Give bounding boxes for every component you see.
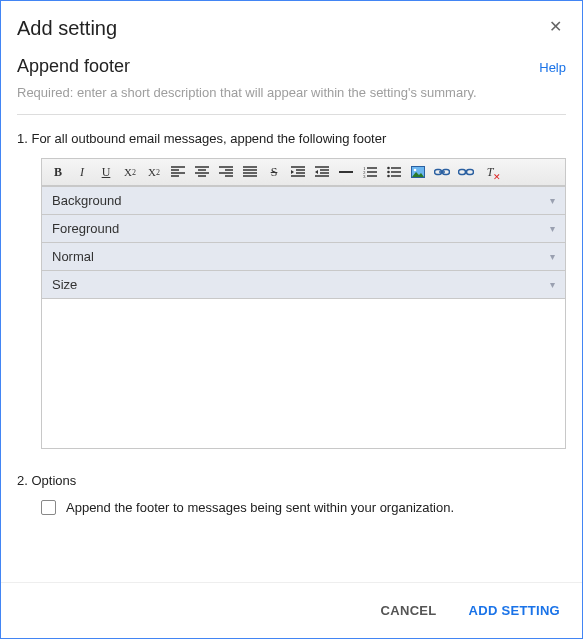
svg-point-5 <box>387 175 390 178</box>
align-right-icon[interactable] <box>216 163 236 181</box>
bold-icon[interactable]: B <box>48 163 68 181</box>
step2-label: 2. Options <box>17 473 566 488</box>
insert-image-icon[interactable] <box>408 163 428 181</box>
chevron-down-icon: ▾ <box>550 223 555 234</box>
foreground-color-select[interactable]: Foreground ▾ <box>42 214 565 242</box>
dropdown-label: Normal <box>52 249 94 264</box>
indent-increase-icon[interactable] <box>288 163 308 181</box>
section-header: Append footer Help <box>17 56 566 77</box>
svg-point-3 <box>387 167 390 170</box>
help-link[interactable]: Help <box>539 60 566 75</box>
remove-link-icon[interactable] <box>456 163 476 181</box>
checkbox-label: Append the footer to messages being sent… <box>66 500 454 515</box>
horizontal-rule-icon[interactable] <box>336 163 356 181</box>
unordered-list-icon[interactable] <box>384 163 404 181</box>
svg-rect-10 <box>459 170 466 175</box>
font-style-select[interactable]: Normal ▾ <box>42 242 565 270</box>
subscript-icon[interactable]: X2 <box>120 163 140 181</box>
ordered-list-icon[interactable]: 123 <box>360 163 380 181</box>
modal-footer: CANCEL ADD SETTING <box>1 582 582 638</box>
svg-point-4 <box>387 171 390 174</box>
add-setting-modal: Add setting ✕ Append footer Help Require… <box>0 0 583 639</box>
svg-point-7 <box>414 169 417 172</box>
modal-body: Append footer Help Required: enter a sho… <box>1 48 582 582</box>
strikethrough-icon[interactable]: S <box>264 163 284 181</box>
superscript-icon[interactable]: X2 <box>144 163 164 181</box>
modal-title: Add setting <box>17 17 117 40</box>
italic-icon[interactable]: I <box>72 163 92 181</box>
font-size-select[interactable]: Size ▾ <box>42 270 565 298</box>
align-justify-icon[interactable] <box>240 163 260 181</box>
step2: 2. Options Append the footer to messages… <box>17 473 566 515</box>
close-icon[interactable]: ✕ <box>545 17 566 37</box>
remove-format-icon[interactable]: T✕ <box>480 163 500 181</box>
dropdown-label: Background <box>52 193 121 208</box>
cancel-button[interactable]: CANCEL <box>377 597 441 624</box>
svg-rect-11 <box>467 170 474 175</box>
section-title: Append footer <box>17 56 130 77</box>
dropdown-label: Size <box>52 277 77 292</box>
editor-wrap: B I U X2 X2 S 123 <box>41 158 566 449</box>
internal-footer-checkbox[interactable] <box>41 500 56 515</box>
svg-text:3: 3 <box>363 174 366 178</box>
chevron-down-icon: ▾ <box>550 279 555 290</box>
align-left-icon[interactable] <box>168 163 188 181</box>
add-setting-button[interactable]: ADD SETTING <box>465 597 564 624</box>
background-color-select[interactable]: Background ▾ <box>42 186 565 214</box>
indent-decrease-icon[interactable] <box>312 163 332 181</box>
rich-text-editor: B I U X2 X2 S 123 <box>41 158 566 449</box>
chevron-down-icon: ▾ <box>550 251 555 262</box>
footer-content-textarea[interactable] <box>42 298 565 448</box>
dropdown-label: Foreground <box>52 221 119 236</box>
align-center-icon[interactable] <box>192 163 212 181</box>
modal-header: Add setting ✕ <box>1 1 582 48</box>
insert-link-icon[interactable] <box>432 163 452 181</box>
editor-toolbar: B I U X2 X2 S 123 <box>42 159 565 186</box>
step1-label: 1. For all outbound email messages, appe… <box>17 131 566 146</box>
checkbox-row: Append the footer to messages being sent… <box>41 500 566 515</box>
description-hint: Required: enter a short description that… <box>17 85 566 100</box>
divider <box>17 114 566 115</box>
underline-icon[interactable]: U <box>96 163 116 181</box>
chevron-down-icon: ▾ <box>550 195 555 206</box>
